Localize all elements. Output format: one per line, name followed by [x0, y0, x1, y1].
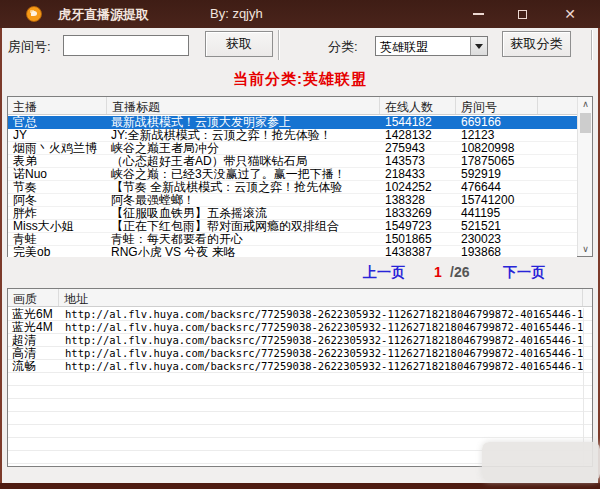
cell-anchor: Miss大小姐	[8, 220, 107, 233]
fetch-category-button[interactable]: 获取分类	[502, 31, 571, 57]
current-category-text: 当前分类:英雄联盟	[0, 70, 600, 89]
cell-url: http://al.flv.huya.com/backsrc/77259038-…	[59, 360, 583, 373]
table-row[interactable]: 节奏 【节奏 全新战棋模式：云顶之弈！抢先体验 1024252 476644	[8, 181, 577, 194]
cell-room: 669166	[456, 116, 538, 129]
table-row[interactable]: 青蛙 青蛙：每天都要看的开心 1501865 230023	[8, 233, 577, 246]
table-row[interactable]: 完美ob RNG小虎 VS 兮夜 来咯 1438387 193868	[8, 246, 577, 257]
table-row[interactable]: JY JY:全新战棋模式：云顶之弈！抢先体验！ 1428132 12123	[8, 129, 577, 142]
dropdown-arrow-button[interactable]	[470, 37, 487, 55]
cell-quality: 超清	[8, 334, 59, 347]
cell-viewers: 1438387	[380, 246, 456, 257]
maximize-button[interactable]	[500, 0, 544, 28]
table-row[interactable]: 诺Nuo 峡谷之巅：已经3天没赢过了。赢一把下播！ 218433 592919	[8, 168, 577, 181]
cell-room: 193868	[456, 246, 538, 257]
column-header-quality[interactable]: 画质	[8, 289, 59, 306]
stream-list-body: 官总 最新战棋模式！云顶大发明家参上 1544182 669166 JY JY:…	[8, 116, 577, 257]
app-window: 虎牙直播源提取 By: zqjyh ✕ 房间号: 获取 分类: 英雄联盟 获取分…	[0, 0, 600, 489]
cell-viewers: 1501865	[380, 233, 456, 246]
total-pages: /26	[450, 264, 469, 280]
table-row[interactable]: 官总 最新战棋模式！云顶大发明家参上 1544182 669166	[8, 116, 577, 129]
separator	[591, 30, 592, 60]
stream-list-header: 主播 直播标题 在线人数 房间号	[8, 97, 577, 115]
cell-viewers: 218433	[380, 168, 456, 181]
cell-anchor: 诺Nuo	[8, 168, 107, 181]
category-dropdown[interactable]: 英雄联盟	[375, 36, 488, 56]
vertical-scrollbar[interactable]: ∧ ∨	[577, 97, 592, 256]
table-row[interactable]: 表弟 （心态超好王者AD）带只猫咪钻石局 143573 17875065	[8, 155, 577, 168]
cell-viewers: 1428132	[380, 129, 456, 142]
list-item[interactable]: 蓝光6M http://al.flv.huya.com/backsrc/7725…	[8, 308, 592, 321]
cell-url: http://al.flv.huya.com/backsrc/77259038-…	[59, 308, 583, 321]
separator	[278, 30, 279, 60]
cell-empty	[538, 194, 577, 207]
column-header-anchor[interactable]: 主播	[8, 97, 107, 114]
list-item[interactable]: 超清 http://al.flv.huya.com/backsrc/772590…	[8, 334, 592, 347]
table-row[interactable]: 阿冬 阿冬最强螳螂！ 138328 15741200	[8, 194, 577, 207]
cell-url: http://al.flv.huya.com/backsrc/77259038-…	[59, 334, 583, 347]
category-dropdown-value: 英雄联盟	[376, 37, 470, 55]
cell-room: 10820998	[456, 142, 538, 155]
table-row[interactable]: 胖炸 【征服吸血铁男】五杀摇滚流 1833269 441195	[8, 207, 577, 220]
cell-title: 【征服吸血铁男】五杀摇滚流	[107, 207, 380, 220]
cell-anchor: 烟雨丶火鸡兰博	[8, 142, 107, 155]
category-label: 分类:	[328, 38, 358, 56]
column-header-room[interactable]: 房间号	[456, 97, 538, 114]
huya-logo-icon	[26, 6, 42, 22]
scrollbar-thumb[interactable]	[580, 113, 591, 133]
cell-viewers: 143573	[380, 155, 456, 168]
cell-anchor: JY	[8, 129, 107, 142]
table-row[interactable]: 烟雨丶火鸡兰博 峡谷之巅王者局冲分 275943 10820998	[8, 142, 577, 155]
titlebar: 虎牙直播源提取 By: zqjyh ✕	[0, 0, 600, 28]
cell-viewers: 138328	[380, 194, 456, 207]
chevron-down-icon	[475, 44, 483, 49]
minimize-button[interactable]	[456, 0, 500, 28]
cell-empty	[538, 207, 577, 220]
close-button[interactable]: ✕	[548, 0, 592, 28]
cell-anchor: 节奏	[8, 181, 107, 194]
cell-room: 592919	[456, 168, 538, 181]
cell-anchor: 胖炸	[8, 207, 107, 220]
column-header-title[interactable]: 直播标题	[107, 97, 380, 114]
list-item[interactable]: 流畅 http://al.flv.huya.com/backsrc/772590…	[8, 360, 592, 373]
cell-empty	[538, 142, 577, 155]
room-number-input[interactable]	[63, 35, 189, 56]
cell-anchor: 官总	[8, 116, 107, 129]
cell-empty	[538, 233, 577, 246]
cell-title: 峡谷之巅：已经3天没赢过了。赢一把下播！	[107, 168, 380, 181]
cell-room: 521521	[456, 220, 538, 233]
stream-list: 主播 直播标题 在线人数 房间号 官总 最新战棋模式！云顶大发明家参上 1544…	[7, 96, 593, 257]
cell-empty	[538, 129, 577, 142]
cell-url: http://al.flv.huya.com/backsrc/77259038-…	[59, 347, 583, 360]
column-header-address[interactable]: 地址	[59, 289, 583, 306]
prev-page-link[interactable]: 上一页	[363, 264, 405, 282]
maximize-icon	[518, 10, 527, 19]
scroll-up-icon[interactable]: ∧	[578, 97, 593, 111]
cell-room: 441195	[456, 207, 538, 220]
cell-quality: 蓝光4M	[8, 321, 59, 334]
window-title: 虎牙直播源提取	[58, 6, 149, 24]
cell-empty	[538, 181, 577, 194]
cell-room: 12123	[456, 129, 538, 142]
cell-empty	[538, 168, 577, 181]
cell-title: 阿冬最强螳螂！	[107, 194, 380, 207]
cell-title: JY:全新战棋模式：云顶之弈！抢先体验！	[107, 129, 380, 142]
cell-quality: 蓝光6M	[8, 308, 59, 321]
table-row[interactable]: Miss大小姐 【正在下红包雨】帮对面戒网瘾的双排组合 1549723 5215…	[8, 220, 577, 233]
column-header-empty	[583, 289, 592, 306]
cell-empty	[538, 116, 577, 129]
cell-title: RNG小虎 VS 兮夜 来咯	[107, 246, 380, 257]
current-page-number: 1	[434, 264, 442, 280]
cell-empty	[538, 155, 577, 168]
column-header-viewers[interactable]: 在线人数	[380, 97, 456, 114]
cell-quality: 流畅	[8, 360, 59, 373]
list-item[interactable]: 高清 http://al.flv.huya.com/backsrc/772590…	[8, 347, 592, 360]
quality-url-list: 画质 地址 蓝光6M http://al.flv.huya.com/backsr…	[7, 288, 593, 467]
window-border-left	[0, 28, 2, 483]
cell-quality: 高清	[8, 347, 59, 360]
cell-title: 最新战棋模式！云顶大发明家参上	[107, 116, 380, 129]
list-item[interactable]: 蓝光4M http://al.flv.huya.com/backsrc/7725…	[8, 321, 592, 334]
cell-room: 17875065	[456, 155, 538, 168]
scroll-down-icon[interactable]: ∨	[578, 242, 593, 256]
fetch-button[interactable]: 获取	[205, 31, 273, 57]
next-page-link[interactable]: 下一页	[503, 264, 545, 282]
